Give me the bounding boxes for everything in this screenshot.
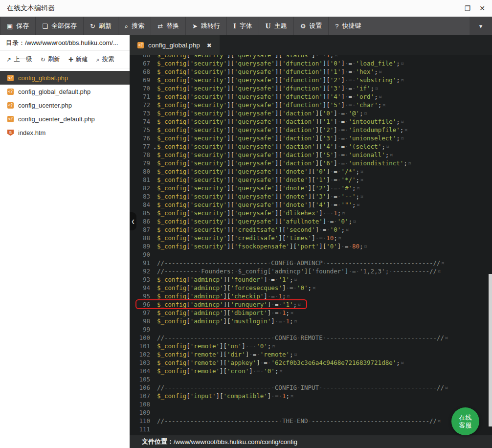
- file-name: config_ucenter.php: [18, 102, 72, 109]
- code-line[interactable]: 73$_config['security']['querysafe']['dac…: [130, 109, 492, 117]
- tab-bar: config_global.php✖: [130, 35, 492, 55]
- code-line[interactable]: 70$_config['security']['querysafe']['dfu…: [130, 84, 492, 92]
- code-line[interactable]: 88$_config['security']['creditsafe']['ti…: [130, 234, 492, 242]
- code-line[interactable]: 91//----------------------------·CONFIG·…: [130, 259, 492, 267]
- code-line[interactable]: 100//-----------------------------·CONFI…: [130, 334, 492, 342]
- sidebar-action-up-level[interactable]: ↗上一级: [6, 55, 32, 64]
- sidebar-action-refresh[interactable]: ↻刷新: [41, 55, 60, 64]
- code-line[interactable]: 96$_config['admincp']['runquery']·=·'1';…: [130, 300, 492, 309]
- code-line[interactable]: 69$_config['security']['querysafe']['dfu…: [130, 76, 492, 84]
- php-file-icon: [137, 42, 144, 48]
- code-line[interactable]: 66$_config['security']['querysafe']['sta…: [130, 55, 492, 59]
- code-line[interactable]: 110//-------------------------------·THE…: [130, 417, 492, 425]
- sidebar-action-new[interactable]: ✚新建: [68, 55, 88, 64]
- toolbar-button-search[interactable]: ⌕搜索: [118, 17, 151, 35]
- code-line[interactable]: 106//-----------------------------·CONFI…: [130, 383, 492, 392]
- code-line[interactable]: 111: [130, 425, 492, 433]
- toolbar-button-theme[interactable]: U主题: [259, 17, 294, 35]
- save-all-icon: ❏: [42, 23, 48, 29]
- code-line[interactable]: 99: [130, 325, 492, 334]
- code-line[interactable]: 78$_config['security']['querysafe']['dac…: [130, 151, 492, 159]
- eol-mark: ¤: [363, 110, 368, 117]
- line-number: 96: [130, 300, 157, 309]
- code-line[interactable]: 90: [130, 250, 492, 259]
- code-line[interactable]: 83$_config['security']['querysafe']['dno…: [130, 192, 492, 201]
- toolbar-button-settings[interactable]: ⚙设置: [294, 17, 329, 35]
- code-line[interactable]: 82$_config['security']['querysafe']['dno…: [130, 184, 492, 192]
- tab-close-icon[interactable]: ✖: [207, 42, 212, 49]
- code-line[interactable]: 76$_config['security']['querysafe']['dac…: [130, 134, 492, 142]
- editor-tab[interactable]: config_global.php✖: [130, 35, 220, 55]
- line-number: 111: [130, 425, 157, 433]
- file-location-path: /www/wwwroot/bbs.huliku.com/config/confi…: [174, 438, 297, 446]
- whitespace-dot: ·: [271, 392, 275, 400]
- code-line[interactable]: 107$_config['input']['compatible']·=·1;¤: [130, 392, 492, 400]
- code-line[interactable]: 103$_config['remote']['appkey']·=·'62cf0…: [130, 358, 492, 367]
- code-line[interactable]: 80$_config['security']['querysafe']['dno…: [130, 167, 492, 176]
- toolbar-button-refresh[interactable]: ↻刷新: [84, 17, 118, 35]
- line-number: 80: [130, 167, 157, 176]
- toolbar-button-save[interactable]: ▣保存: [0, 17, 36, 35]
- editor-scrollbar-thumb[interactable]: [489, 274, 492, 426]
- code-line[interactable]: 68$_config['security']['querysafe']['dfu…: [130, 67, 492, 76]
- line-number: 88: [130, 234, 157, 242]
- code-line[interactable]: 67$_config['security']['querysafe']['dfu…: [130, 59, 492, 67]
- line-number: 106: [130, 383, 157, 392]
- code-line[interactable]: 89$_config['security']['fsockopensafe'][…: [130, 242, 492, 250]
- toolbar-button-save-all[interactable]: ❏全部保存: [36, 17, 84, 35]
- code-editor[interactable]: 66$_config['security']['querysafe']['sta…: [130, 55, 492, 435]
- code-line[interactable]: 98$_config['admincp']['mustlogin']·=·1;¤: [130, 317, 492, 325]
- line-number: 91: [130, 259, 157, 267]
- support-button[interactable]: 在线 客服: [451, 407, 479, 435]
- line-number: 93: [130, 275, 157, 284]
- toolbar-button-font[interactable]: I字体: [227, 17, 259, 35]
- code-line[interactable]: 93$_config['admincp']['founder']·=·'1';¤: [130, 275, 492, 284]
- code-line[interactable]: 84$_config['security']['querysafe']['dno…: [130, 201, 492, 209]
- code-line[interactable]: 71$_config['security']['querysafe']['dfu…: [130, 92, 492, 101]
- chevron-down-icon: ▾: [479, 22, 483, 30]
- code-line[interactable]: 92//---------·Founders:·$_config['adminc…: [130, 267, 492, 275]
- code-line[interactable]: 81$_config['security']['querysafe']['dno…: [130, 176, 492, 184]
- toolbar-button-replace[interactable]: ⇄替换: [151, 17, 186, 35]
- sidebar-collapse-handle[interactable]: ❮: [130, 212, 136, 230]
- restore-icon[interactable]: ❐: [465, 5, 471, 12]
- code-line[interactable]: 95$_config['admincp']['checkip']·=·1;¤: [130, 292, 492, 300]
- code-line[interactable]: 102$_config['remote']['dir']·=·'remote';…: [130, 350, 492, 358]
- chevron-left-icon: ❮: [131, 219, 135, 224]
- code-line[interactable]: 74$_config['security']['querysafe']['dac…: [130, 117, 492, 126]
- code-line[interactable]: 77▾$_config['security']['querysafe']['da…: [130, 142, 492, 151]
- line-number: 66: [130, 55, 157, 59]
- code-line[interactable]: 104$_config['remote']['cron']·=·'0';¤: [130, 367, 492, 375]
- code-line[interactable]: 109: [130, 408, 492, 417]
- toolbar-more-button[interactable]: ▾: [470, 17, 492, 35]
- code-line[interactable]: 94$_config['admincp']['forcesecques']·=·…: [130, 284, 492, 292]
- code-line[interactable]: 72$_config['security']['querysafe']['dfu…: [130, 101, 492, 109]
- file-item[interactable]: config_ucenter_default.php: [0, 112, 130, 126]
- code-line[interactable]: 87$_config['security']['creditsafe']['se…: [130, 225, 492, 234]
- code-line[interactable]: 79$_config['security']['querysafe']['dac…: [130, 159, 492, 167]
- font-icon: I: [233, 22, 236, 30]
- code-area: 66$_config['security']['querysafe']['sta…: [130, 55, 492, 433]
- toolbar-button-goto-line[interactable]: ➤跳转行: [186, 17, 227, 35]
- code-line[interactable]: 86$_config['security']['querysafe']['afu…: [130, 217, 492, 225]
- whitespace-dot: ·: [249, 351, 253, 358]
- code-line[interactable]: 105: [130, 375, 492, 383]
- sidebar-action-search[interactable]: ⌕搜索: [96, 55, 114, 64]
- code-line[interactable]: 85$_config['security']['querysafe']['dli…: [130, 209, 492, 217]
- toolbar-button-hotkeys[interactable]: ?快捷键: [329, 17, 368, 35]
- file-item[interactable]: config_global.php: [0, 71, 130, 85]
- eol-mark: ¤: [359, 176, 364, 183]
- code-line[interactable]: 108: [130, 400, 492, 408]
- whitespace-dot: ·: [352, 93, 356, 100]
- close-icon[interactable]: ✕: [479, 5, 485, 12]
- refresh-icon: ↻: [41, 57, 45, 63]
- code-line[interactable]: 97$_config['admincp']['dbimport']·=·1;¤: [130, 309, 492, 317]
- file-item[interactable]: config_ucenter.php: [0, 98, 130, 112]
- line-number: 108: [130, 400, 157, 408]
- code-line[interactable]: 75$_config['security']['querysafe']['dac…: [130, 126, 492, 134]
- eol-mark: ¤: [356, 201, 360, 208]
- file-item[interactable]: index.htm: [0, 126, 130, 139]
- file-item[interactable]: config_global_default.php: [0, 85, 130, 98]
- whitespace-dot: ·: [278, 309, 282, 316]
- code-line[interactable]: 101$_config['remote']['on']·=·'0';¤: [130, 342, 492, 350]
